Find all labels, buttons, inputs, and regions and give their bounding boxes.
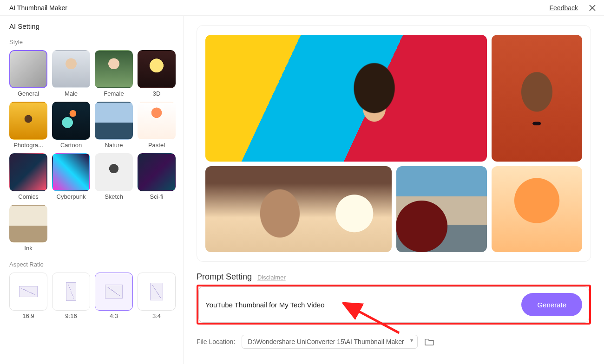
style-thumb: [138, 50, 176, 88]
file-location-label: File Location:: [197, 338, 235, 345]
style-caption: Cyberpunk: [52, 193, 90, 200]
style-thumb: [138, 102, 176, 140]
style-thumb: [95, 153, 133, 191]
preview-thumb-1[interactable]: [205, 35, 487, 162]
style-thumb: [9, 153, 47, 191]
style-caption: 3D: [138, 90, 176, 97]
ratio-option-4-3[interactable]: [95, 273, 133, 311]
generate-button[interactable]: Generate: [521, 293, 582, 316]
style-thumb: [9, 205, 47, 243]
annotation-highlight: Generate: [197, 285, 591, 325]
ratio-glyph: [105, 285, 123, 299]
style-caption: Ink: [9, 245, 47, 252]
folder-icon[interactable]: [424, 338, 434, 346]
prompt-input[interactable]: [205, 301, 521, 309]
ratio-option-16-9[interactable]: [9, 273, 47, 311]
preview-gallery: [197, 25, 591, 262]
ratio-option-3-4[interactable]: [138, 273, 176, 311]
style-option-3d[interactable]: 3D: [138, 50, 176, 97]
main-panel: Prompt Setting Disclaimer Generate File …: [184, 16, 604, 364]
style-option-ink[interactable]: Ink: [9, 205, 47, 252]
style-thumb: [52, 50, 90, 88]
ratio-caption: 9:16: [52, 312, 90, 319]
preview-thumb-3[interactable]: [205, 166, 392, 252]
style-thumb: [95, 102, 133, 140]
style-option-nature[interactable]: Nature: [95, 102, 133, 149]
style-option-male[interactable]: Male: [52, 50, 90, 97]
style-caption: Sci-fi: [138, 193, 176, 200]
style-thumb: [9, 102, 47, 140]
aspect-ratio-label: Aspect Ratio: [9, 261, 174, 268]
style-option-female[interactable]: Female: [95, 50, 133, 97]
style-caption: Photogra...: [9, 142, 47, 149]
ratio-caption: 4:3: [95, 312, 133, 319]
style-label: Style: [9, 39, 174, 46]
style-option-cartoon[interactable]: Cartoon: [52, 102, 90, 149]
style-caption: Cartoon: [52, 142, 90, 149]
style-option-general[interactable]: General: [9, 50, 47, 97]
ratio-caption: 3:4: [138, 312, 176, 319]
style-option-scifi[interactable]: Sci-fi: [138, 153, 176, 200]
ratio-caption: 16:9: [9, 312, 47, 319]
style-caption: Sketch: [95, 193, 133, 200]
style-option-pastel[interactable]: Pastel: [138, 102, 176, 149]
style-caption: Male: [52, 90, 90, 97]
feedback-link[interactable]: Feedback: [550, 4, 578, 12]
style-thumb: [9, 50, 47, 88]
style-caption: Nature: [95, 142, 133, 149]
ratio-glyph: [66, 282, 76, 301]
sidebar: AI Setting Style General Male Female 3D …: [0, 16, 184, 364]
ratio-option-9-16[interactable]: [52, 273, 90, 311]
ratio-grid: 16:99:164:33:4: [9, 273, 174, 319]
style-caption: Pastel: [138, 142, 176, 149]
preview-thumb-5[interactable]: [492, 166, 582, 252]
style-option-cyberpunk[interactable]: Cyberpunk: [52, 153, 90, 200]
ratio-glyph: [19, 286, 38, 297]
close-icon[interactable]: [588, 4, 597, 12]
style-caption: Comics: [9, 193, 47, 200]
style-thumb: [52, 102, 90, 140]
style-thumb: [95, 50, 133, 88]
style-option-sketch[interactable]: Sketch: [95, 153, 133, 200]
ai-setting-heading: AI Setting: [9, 22, 174, 30]
preview-thumb-2[interactable]: [492, 35, 582, 162]
style-grid: General Male Female 3D Photogra... Carto…: [9, 50, 174, 252]
style-option-photogra[interactable]: Photogra...: [9, 102, 47, 149]
window-title: AI Thumbnail Maker: [9, 4, 67, 12]
style-caption: Female: [95, 90, 133, 97]
ratio-glyph: [150, 283, 163, 300]
style-option-comics[interactable]: Comics: [9, 153, 47, 200]
disclaimer-link[interactable]: Disclaimer: [257, 274, 286, 281]
prompt-heading: Prompt Setting: [197, 272, 252, 282]
preview-thumb-4[interactable]: [396, 166, 487, 252]
style-thumb: [138, 153, 176, 191]
style-caption: General: [9, 90, 47, 97]
style-thumb: [52, 153, 90, 191]
file-location-select[interactable]: D:\Wondershare UniConverter 15\AI Thumbn…: [242, 335, 418, 349]
